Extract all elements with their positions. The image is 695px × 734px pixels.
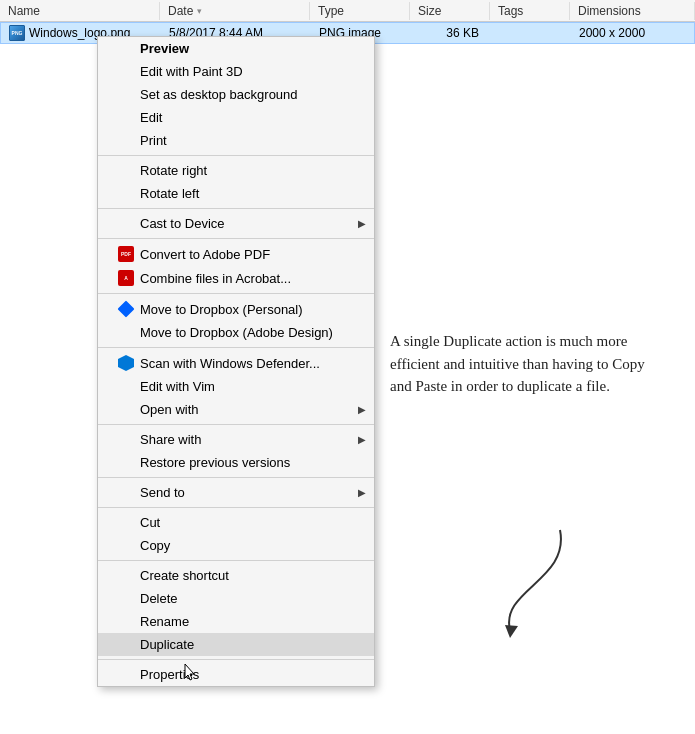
menu-item-label: Rotate left xyxy=(140,186,199,201)
menu-item-cast-device[interactable]: Cast to Device▶ xyxy=(98,212,374,235)
menu-separator xyxy=(98,155,374,156)
col-header-dimensions[interactable]: Dimensions xyxy=(570,2,695,20)
file-explorer-header: Name Date ▾ Type Size Tags Dimensions xyxy=(0,0,695,22)
file-dimensions-cell: 2000 x 2000 xyxy=(571,24,694,42)
menu-separator xyxy=(98,208,374,209)
context-menu: PreviewEdit with Paint 3DSet as desktop … xyxy=(97,36,375,687)
menu-separator xyxy=(98,477,374,478)
menu-separator xyxy=(98,293,374,294)
submenu-arrow-icon: ▶ xyxy=(358,487,366,498)
menu-item-label: Cut xyxy=(140,515,160,530)
menu-item-send-to[interactable]: Send to▶ xyxy=(98,481,374,504)
menu-item-label: Convert to Adobe PDF xyxy=(140,247,270,262)
col-header-date[interactable]: Date ▾ xyxy=(160,2,310,20)
menu-item-preview[interactable]: Preview xyxy=(98,37,374,60)
menu-separator xyxy=(98,347,374,348)
menu-separator xyxy=(98,560,374,561)
menu-item-convert-pdf[interactable]: PDFConvert to Adobe PDF xyxy=(98,242,374,266)
menu-item-label: Combine files in Acrobat... xyxy=(140,271,291,286)
menu-item-create-shortcut[interactable]: Create shortcut xyxy=(98,564,374,587)
menu-item-label: Delete xyxy=(140,591,178,606)
col-header-tags[interactable]: Tags xyxy=(490,2,570,20)
menu-item-label: Print xyxy=(140,133,167,148)
menu-item-label: Cast to Device xyxy=(140,216,225,231)
menu-item-rename[interactable]: Rename xyxy=(98,610,374,633)
menu-item-label: Duplicate xyxy=(140,637,194,652)
menu-item-label: Move to Dropbox (Personal) xyxy=(140,302,303,317)
submenu-arrow-icon: ▶ xyxy=(358,434,366,445)
menu-item-rotate-right[interactable]: Rotate right xyxy=(98,159,374,182)
menu-item-scan-defender[interactable]: Scan with Windows Defender... xyxy=(98,351,374,375)
menu-item-move-dropbox-personal[interactable]: Move to Dropbox (Personal) xyxy=(98,297,374,321)
menu-item-print[interactable]: Print xyxy=(98,129,374,152)
menu-item-share-with[interactable]: Share with▶ xyxy=(98,428,374,451)
col-header-size[interactable]: Size xyxy=(410,2,490,20)
menu-item-edit-vim[interactable]: Edit with Vim xyxy=(98,375,374,398)
sort-arrow-icon: ▾ xyxy=(197,6,202,16)
menu-item-cut[interactable]: Cut xyxy=(98,511,374,534)
menu-item-label: Rotate right xyxy=(140,163,207,178)
menu-separator xyxy=(98,424,374,425)
defender-icon xyxy=(118,355,134,371)
menu-item-move-dropbox-design[interactable]: Move to Dropbox (Adobe Design) xyxy=(98,321,374,344)
submenu-arrow-icon: ▶ xyxy=(358,218,366,229)
file-tags-cell xyxy=(491,31,571,35)
file-size-cell: 36 KB xyxy=(411,24,491,42)
curved-arrow-icon xyxy=(480,520,580,640)
menu-item-restore-versions[interactable]: Restore previous versions xyxy=(98,451,374,474)
menu-item-label: Preview xyxy=(140,41,189,56)
menu-item-label: Edit with Paint 3D xyxy=(140,64,243,79)
menu-item-label: Open with xyxy=(140,402,199,417)
menu-item-open-with[interactable]: Open with▶ xyxy=(98,398,374,421)
menu-item-rotate-left[interactable]: Rotate left xyxy=(98,182,374,205)
menu-item-label: Scan with Windows Defender... xyxy=(140,356,320,371)
col-header-type[interactable]: Type xyxy=(310,2,410,20)
menu-item-duplicate[interactable]: Duplicate xyxy=(98,633,374,656)
dropbox-icon xyxy=(118,301,134,317)
menu-item-label: Edit xyxy=(140,110,162,125)
menu-item-properties[interactable]: Properties xyxy=(98,663,374,686)
annotation-text: A single Duplicate action is much more e… xyxy=(390,330,670,398)
menu-item-label: Set as desktop background xyxy=(140,87,298,102)
menu-item-label: Properties xyxy=(140,667,199,682)
menu-item-edit[interactable]: Edit xyxy=(98,106,374,129)
menu-item-label: Create shortcut xyxy=(140,568,229,583)
menu-item-label: Send to xyxy=(140,485,185,500)
menu-item-delete[interactable]: Delete xyxy=(98,587,374,610)
pdf-icon: PDF xyxy=(118,246,134,262)
menu-item-label: Copy xyxy=(140,538,170,553)
menu-separator xyxy=(98,507,374,508)
menu-item-desktop-bg[interactable]: Set as desktop background xyxy=(98,83,374,106)
col-header-name[interactable]: Name xyxy=(0,2,160,20)
menu-item-label: Share with xyxy=(140,432,201,447)
menu-separator xyxy=(98,238,374,239)
menu-item-copy[interactable]: Copy xyxy=(98,534,374,557)
menu-item-label: Restore previous versions xyxy=(140,455,290,470)
menu-item-label: Rename xyxy=(140,614,189,629)
file-type-icon: PNG xyxy=(9,25,25,41)
menu-item-combine-acrobat[interactable]: ACombine files in Acrobat... xyxy=(98,266,374,290)
menu-item-label: Move to Dropbox (Adobe Design) xyxy=(140,325,333,340)
menu-item-edit-paint3d[interactable]: Edit with Paint 3D xyxy=(98,60,374,83)
submenu-arrow-icon: ▶ xyxy=(358,404,366,415)
acrobat-icon: A xyxy=(118,270,134,286)
menu-separator xyxy=(98,659,374,660)
menu-item-label: Edit with Vim xyxy=(140,379,215,394)
svg-marker-0 xyxy=(505,625,518,638)
